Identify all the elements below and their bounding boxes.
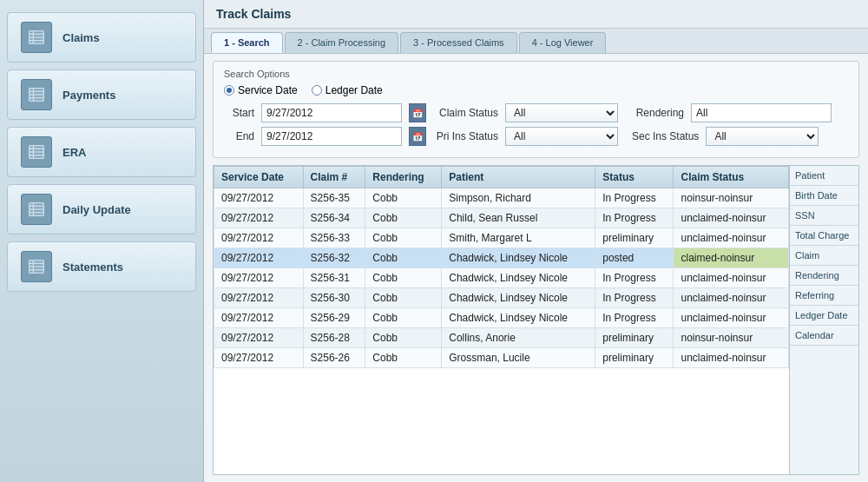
start-date-calendar-button[interactable]: 📅	[409, 103, 426, 122]
sidebar-label-claims: Claims	[62, 31, 100, 44]
side-panel-item[interactable]: Referring	[790, 286, 858, 306]
col-status: Status	[595, 167, 674, 188]
payments-icon	[21, 79, 52, 110]
col-service-date: Service Date	[214, 167, 304, 188]
claim-status-label: Claim Status	[433, 107, 498, 119]
search-options-title: Search Options	[224, 69, 848, 79]
tab-claim-processing[interactable]: 2 - Claim Processing	[285, 32, 398, 53]
sec-ins-select[interactable]: All	[706, 127, 819, 146]
radio-ledger-date[interactable]: Ledger Date	[312, 84, 383, 96]
table-container: Service Date Claim # Rendering Patient S…	[213, 165, 859, 475]
pri-ins-label: Pri Ins Status	[433, 130, 498, 142]
side-panel: PatientBirth DateSSNTotal ChargeClaimRen…	[790, 165, 859, 475]
col-claim-num: Claim #	[303, 167, 365, 188]
sidebar-label-era: ERA	[62, 146, 86, 159]
side-panel-item[interactable]: Rendering	[790, 266, 858, 286]
side-panel-item[interactable]: Ledger Date	[790, 306, 858, 326]
side-panel-item[interactable]: Patient	[790, 166, 858, 186]
sec-ins-label: Sec Ins Status	[632, 130, 699, 142]
rendering-label: Rendering	[632, 107, 684, 119]
sidebar-item-claims[interactable]: Claims	[7, 12, 196, 63]
sidebar-label-payments: Payments	[62, 89, 115, 102]
table-row[interactable]: 09/27/2012S256-35CobbSimpson, RichardIn …	[214, 188, 789, 208]
table-row[interactable]: 09/27/2012S256-30CobbChadwick, Lindsey N…	[214, 288, 789, 308]
col-rendering: Rendering	[365, 167, 442, 188]
claims-table: Service Date Claim # Rendering Patient S…	[214, 166, 789, 368]
col-patient: Patient	[442, 167, 595, 188]
table-row[interactable]: 09/27/2012S256-33CobbSmith, Margaret Lpr…	[214, 228, 789, 248]
tab-processed-claims[interactable]: 3 - Processed Claims	[400, 32, 517, 53]
sidebar: Claims Payments ERA	[0, 0, 204, 482]
end-date-row: End 📅 Pri Ins Status All Sec Ins Status …	[224, 127, 848, 146]
radio-ledger-date-label: Ledger Date	[326, 84, 383, 96]
end-date-calendar-button[interactable]: 📅	[409, 127, 426, 146]
main-content: Track Claims 1 - Search 2 - Claim Proces…	[204, 0, 868, 482]
side-panel-item[interactable]: Calendar	[790, 326, 858, 346]
col-claim-status: Claim Status	[674, 167, 789, 188]
table-row[interactable]: 09/27/2012S256-32CobbChadwick, Lindsey N…	[214, 248, 789, 268]
radio-ledger-date-circle	[312, 85, 322, 96]
claims-icon	[21, 22, 52, 53]
table-row[interactable]: 09/27/2012S256-34CobbChild, Sean RusselI…	[214, 208, 789, 228]
date-type-radio-group: Service Date Ledger Date	[224, 84, 848, 96]
sidebar-item-statements[interactable]: Statements	[7, 241, 196, 292]
daily-update-icon	[21, 194, 52, 225]
tab-search[interactable]: 1 - Search	[211, 32, 283, 53]
tab-bar: 1 - Search 2 - Claim Processing 3 - Proc…	[204, 29, 868, 54]
side-panel-item[interactable]: Claim	[790, 246, 858, 266]
table-row[interactable]: 09/27/2012S256-29CobbChadwick, Lindsey N…	[214, 308, 789, 328]
claim-status-select[interactable]: All	[505, 103, 618, 122]
table-row[interactable]: 09/27/2012S256-31CobbChadwick, Lindsey N…	[214, 268, 789, 288]
table-header-row: Service Date Claim # Rendering Patient S…	[214, 167, 789, 188]
table-row[interactable]: 09/27/2012S256-28CobbCollins, Anorieprel…	[214, 328, 789, 348]
start-label: Start	[224, 107, 254, 119]
side-panel-item[interactable]: Birth Date	[790, 186, 858, 206]
data-table-wrapper[interactable]: Service Date Claim # Rendering Patient S…	[213, 165, 790, 475]
end-date-input[interactable]	[261, 127, 402, 146]
era-icon	[21, 136, 52, 168]
statements-icon	[21, 251, 52, 282]
start-date-input[interactable]	[261, 103, 402, 122]
rendering-input[interactable]	[691, 103, 832, 122]
sidebar-label-daily-update: Daily Update	[62, 203, 131, 216]
sidebar-label-statements: Statements	[62, 261, 123, 274]
pri-ins-select[interactable]: All	[505, 127, 618, 146]
radio-service-date[interactable]: Service Date	[224, 84, 298, 96]
side-panel-item[interactable]: Total Charge	[790, 226, 858, 246]
search-panel: Search Options Service Date Ledger Date …	[213, 61, 859, 158]
sidebar-item-era[interactable]: ERA	[7, 127, 196, 177]
radio-service-date-label: Service Date	[238, 84, 298, 96]
side-panel-item[interactable]: SSN	[790, 206, 858, 226]
tab-log-viewer[interactable]: 4 - Log Viewer	[519, 32, 607, 53]
table-row[interactable]: 09/27/2012S256-26CobbGrossman, Lucilepre…	[214, 348, 789, 368]
page-title: Track Claims	[204, 0, 868, 29]
sidebar-item-daily-update[interactable]: Daily Update	[7, 184, 196, 234]
start-date-row: Start 📅 Claim Status All Rendering	[224, 103, 848, 122]
sidebar-item-payments[interactable]: Payments	[7, 69, 196, 120]
end-label: End	[224, 130, 254, 142]
radio-service-date-circle	[224, 85, 234, 96]
